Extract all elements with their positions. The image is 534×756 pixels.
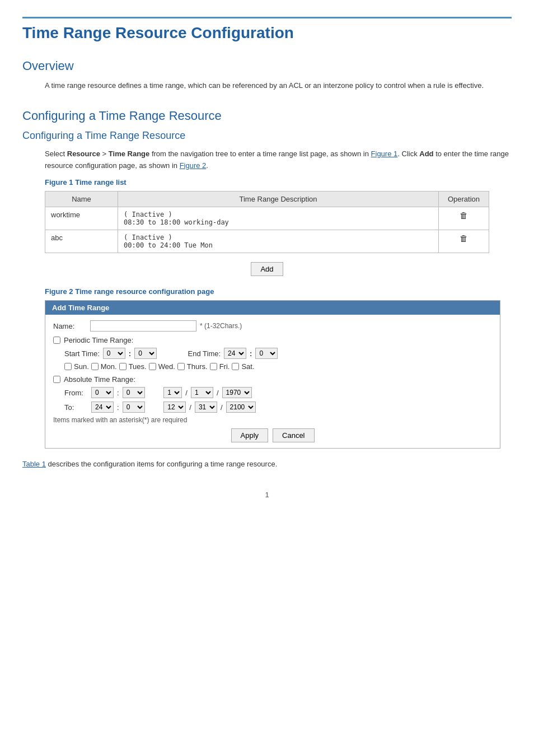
col-name: Name (45, 192, 118, 207)
slash3: / (189, 403, 191, 412)
header-line (22, 17, 512, 18)
figure2-link[interactable]: Figure 2 (180, 161, 207, 170)
periodic-label: Periodic Time Range: (64, 336, 133, 344)
time-range-table: Name Time Range Description Operation wo… (45, 191, 489, 253)
time-range-bold: Time Range (109, 150, 149, 158)
colon2: : (250, 349, 252, 358)
end-time-label: End Time: (188, 349, 221, 358)
start-min-select[interactable]: 0153045 (134, 348, 157, 359)
thurs-checkbox[interactable] (177, 363, 185, 370)
apply-button[interactable]: Apply (231, 428, 269, 442)
from-hour-select[interactable]: 06121824 (91, 387, 114, 398)
from-row: From: 06121824 : 0153045 123 / (64, 387, 492, 398)
tues-checkbox[interactable] (119, 363, 127, 370)
from-day1-select[interactable]: 123 (163, 387, 182, 398)
name-input[interactable] (90, 320, 196, 332)
figure1-label: Figure 1 Time range list (45, 178, 512, 186)
figure2-label: Figure 2 Time range resource configurati… (45, 287, 512, 296)
colon4: : (117, 403, 119, 412)
absolute-label: Absolute Time Range: (64, 375, 135, 384)
to-hour-select[interactable]: 06121824 (91, 402, 114, 413)
table-row: abc ( Inactive )00:00 to 24:00 Tue Mon 🗑 (45, 230, 489, 253)
thurs-label: Thurs. (187, 362, 208, 371)
name-row: Name: * (1-32Chars.) (53, 320, 492, 332)
page-number: 1 (22, 491, 512, 499)
periodic-checkbox-row: Periodic Time Range: (53, 336, 492, 344)
start-hour-select[interactable]: 01268121824 (103, 348, 125, 359)
to-min-select[interactable]: 0153045 (123, 402, 145, 413)
periodic-checkbox[interactable] (53, 337, 60, 344)
add-button[interactable]: Add (251, 262, 283, 276)
config-subsection: Configuring a Time Range Resource Select… (22, 130, 512, 469)
colon1: : (129, 349, 131, 358)
fri-checkbox[interactable] (210, 363, 217, 370)
body-text: Select Resource > Time Range from the na… (45, 148, 512, 172)
time-row: Start Time: 01268121824 : 0153045 End Ti… (64, 348, 492, 359)
sat-checkbox[interactable] (232, 363, 239, 370)
mon-checkbox[interactable] (91, 363, 99, 370)
to-label: To: (64, 403, 88, 412)
figure1-link[interactable]: Figure 1 (371, 150, 398, 158)
delete-icon[interactable]: 🗑 (460, 234, 468, 243)
sat-label: Sat. (241, 362, 254, 371)
figure2-container: Add Time Range Name: * (1-32Chars.) Peri… (45, 300, 500, 449)
name-label: Name: (53, 322, 87, 330)
overview-text: A time range resource defines a time ran… (45, 80, 512, 92)
resource-bold: Resource (67, 150, 100, 158)
from-month1-select[interactable]: 123612 (191, 387, 213, 398)
colon3: : (117, 389, 119, 397)
overview-heading: Overview (22, 59, 512, 73)
tues-label: Tues. (129, 362, 147, 371)
footer-text: Table 1 describes the configuration item… (22, 460, 512, 468)
config-heading: Configuring a Time Range Resource (22, 109, 512, 123)
table1-link[interactable]: Table 1 (22, 460, 46, 468)
page-title: Time Range Resource Configuration (22, 24, 512, 42)
wed-label: Wed. (158, 362, 175, 371)
cancel-button[interactable]: Cancel (273, 428, 314, 442)
sun-checkbox[interactable] (64, 363, 72, 370)
to-row: To: 06121824 : 0153045 161231 / (64, 402, 492, 413)
slash1: / (185, 389, 188, 397)
config-subheading: Configuring a Time Range Resource (22, 130, 512, 142)
name-hint: * (1-32Chars.) (200, 322, 242, 330)
to-day2-select[interactable]: 161231 (163, 402, 186, 413)
from-min-select[interactable]: 0153045 (123, 387, 145, 398)
add-btn-container: Add (45, 262, 489, 276)
row1-op[interactable]: 🗑 (439, 207, 489, 230)
add-bold: Add (419, 150, 433, 158)
delete-icon[interactable]: 🗑 (460, 211, 468, 220)
absolute-checkbox[interactable] (53, 376, 60, 383)
required-note: Items marked with an asterisk(*) are req… (53, 416, 492, 424)
row1-name: worktime (45, 207, 118, 230)
row2-desc: ( Inactive )00:00 to 24:00 Tue Mon (118, 230, 439, 253)
slash2: / (217, 389, 219, 397)
sun-label: Sun. (74, 362, 89, 371)
start-time-label: Start Time: (64, 349, 100, 358)
end-hour-select[interactable]: 06121824 (224, 348, 246, 359)
add-time-range-form: Add Time Range Name: * (1-32Chars.) Peri… (45, 300, 500, 449)
form-header: Add Time Range (45, 301, 500, 315)
mon-label: Mon. (101, 362, 117, 371)
row1-desc: ( Inactive )08:30 to 18:00 working-day (118, 207, 439, 230)
config-section: Configuring a Time Range Resource Config… (22, 109, 512, 469)
form-buttons: Apply Cancel (53, 428, 492, 442)
col-description: Time Range Description (118, 192, 439, 207)
from-year1-select[interactable]: 1970200020202024 (222, 387, 252, 398)
absolute-checkbox-row: Absolute Time Range: (53, 375, 492, 384)
table-row: worktime ( Inactive )08:30 to 18:00 work… (45, 207, 489, 230)
overview-section: Overview A time range resource defines a… (22, 59, 512, 92)
row2-name: abc (45, 230, 118, 253)
to-year2-select[interactable]: 1970200021002024 (226, 402, 256, 413)
from-label: From: (64, 389, 88, 397)
fri-label: Fri. (219, 362, 230, 371)
col-operation: Operation (439, 192, 489, 207)
end-min-select[interactable]: 0153045 (255, 348, 278, 359)
footer-text-2: describes the configuration items for co… (48, 460, 278, 468)
slash4: / (221, 403, 223, 412)
row2-op[interactable]: 🗑 (439, 230, 489, 253)
days-row: Sun. Mon. Tues. Wed. Thurs. Fri. Sat. (64, 362, 492, 371)
form-body: Name: * (1-32Chars.) Periodic Time Range… (45, 315, 500, 448)
wed-checkbox[interactable] (149, 363, 156, 370)
to-month2-select[interactable]: 163112 (195, 402, 217, 413)
